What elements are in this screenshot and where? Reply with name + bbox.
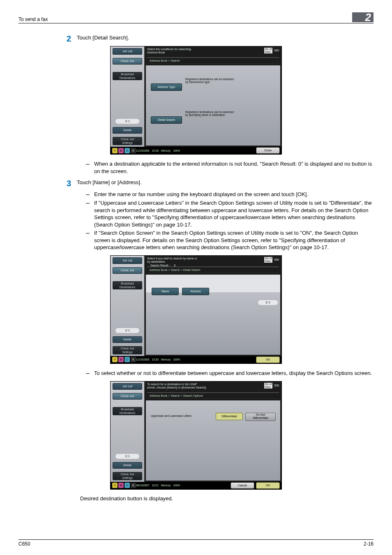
dest-counter-value: 000 — [274, 49, 279, 52]
dest-counter-value: 000 — [274, 384, 279, 387]
status-date: 06/14/2007 — [136, 484, 150, 487]
chip-y: Y — [112, 148, 118, 153]
delete-button[interactable]: Delete — [113, 127, 142, 134]
sidebar: Job List Check Job Broadcast Destination… — [111, 46, 145, 147]
cancel-button[interactable]: Cancel — [231, 482, 254, 489]
broadcast-destinations-button[interactable]: Broadcast Destinations — [113, 407, 142, 415]
ok-button[interactable]: OK — [256, 356, 280, 363]
caption-address-type: Registered destinations can be searched … — [185, 78, 234, 83]
sidebar-page-indicator: 1/ 1 — [115, 328, 139, 333]
ok-button[interactable]: OK — [256, 482, 280, 489]
dest-counter-label: No. of Dest. — [264, 383, 272, 388]
sidebar: Job List Check Job Broadcast Destination… — [111, 382, 145, 482]
option-label: Uppercase and Lowercase Letters — [151, 414, 191, 417]
memory-pct: 100% — [173, 149, 180, 152]
sidebar-page-indicator: 1/ 1 — [115, 454, 139, 459]
toner-chips: Y M C K — [112, 357, 136, 363]
check-job-settings-button[interactable]: Check Job Settings — [113, 346, 142, 354]
content-area: Name Address 1/ 1 — [146, 275, 280, 355]
check-job-button[interactable]: Check Job — [113, 58, 142, 65]
check-job-button[interactable]: Check Job — [113, 267, 142, 274]
screen-title: Select the conditions for searching Addr… — [147, 48, 191, 55]
screenshot-detail-search: Job List Check Job Broadcast Destination… — [110, 255, 282, 364]
check-job-button[interactable]: Check Job — [113, 393, 142, 400]
memory-label: Memory — [161, 484, 171, 487]
step-3-bullets: –Enter the name or fax number using the … — [86, 191, 374, 251]
content-area: Uppercase and Lowercase Letters Differen… — [146, 400, 280, 481]
step-3: 3 Touch [Name] or [Address]. — [63, 179, 374, 188]
dest-counter-label: No. of Dest. — [264, 48, 272, 53]
chip-k: K — [131, 148, 136, 153]
status-time: 15:30 — [152, 358, 159, 361]
step-3-bullets-2: –To select whether or not to differentia… — [86, 370, 374, 377]
check-job-settings-button[interactable]: Check Job Settings — [113, 137, 142, 145]
step-number: 3 — [63, 179, 71, 188]
status-time: 10:21 — [152, 484, 159, 487]
detail-search-button[interactable]: Detail Search — [151, 116, 182, 124]
address-button[interactable]: Address — [182, 288, 209, 295]
close-button[interactable]: Close — [256, 147, 280, 154]
step-text: Touch [Detail Search]. — [77, 34, 129, 42]
job-list-button[interactable]: Job List — [113, 48, 142, 55]
final-text: Desired destination button is displayed. — [80, 495, 374, 502]
breadcrumb: Address Book > Search > Search Options — [147, 392, 279, 399]
memory-label: Memory — [161, 358, 171, 361]
screenshot-search: Job List Check Job Broadcast Destination… — [110, 46, 282, 155]
broadcast-destinations-button[interactable]: Broadcast Destinations — [113, 281, 142, 289]
status-date: 11/15/2006 — [136, 149, 150, 152]
sidebar-page-indicator: 1/ 1 — [115, 119, 139, 124]
screenshot-search-options: Job List Check Job Broadcast Destination… — [110, 381, 282, 490]
do-not-differentiate-button[interactable]: Do Not Differentiate — [245, 413, 276, 421]
toner-chips: Y M C K — [112, 148, 136, 153]
chapter-number: 2 — [352, 12, 374, 22]
chip-c: C — [125, 148, 130, 153]
caption-detail-search: Registered destinations can be searched … — [185, 111, 234, 116]
toner-chips: Y M C K — [112, 483, 136, 488]
status-date: 11/15/2006 — [136, 358, 150, 361]
broadcast-destinations-button[interactable]: Broadcast Destinations — [113, 72, 142, 80]
page-footer: C650 2-16 — [18, 539, 374, 547]
breadcrumb: Address Book > Search > Detail Search — [147, 266, 279, 273]
footer-right: 2-16 — [364, 541, 374, 547]
delete-button[interactable]: Delete — [113, 462, 142, 469]
delete-button[interactable]: Delete — [113, 336, 142, 343]
memory-pct: 100% — [173, 358, 180, 361]
differentiate-button[interactable]: Differentiate — [216, 413, 243, 420]
breadcrumb: Address Book > Search — [147, 57, 279, 64]
content-area: Registered destinations can be searched … — [146, 65, 280, 146]
memory-pct: 100% — [173, 484, 180, 487]
dest-counter-label: No. of Dest. — [264, 257, 272, 263]
sidebar: Job List Check Job Broadcast Destination… — [111, 256, 145, 356]
name-button[interactable]: Name — [152, 288, 179, 295]
results-page-indicator: 1/ 1 — [258, 300, 278, 305]
dest-counter-value: 000 — [274, 258, 279, 261]
step-2: 2 Touch [Detail Search]. — [63, 34, 374, 44]
chip-m: M — [118, 148, 124, 153]
running-header: To send a fax 2 — [18, 12, 374, 23]
check-job-settings-button[interactable]: Check Job Settings — [113, 472, 142, 480]
header-left: To send a fax — [18, 16, 48, 22]
job-list-button[interactable]: Job List — [113, 383, 142, 390]
job-list-button[interactable]: Job List — [113, 257, 142, 264]
status-time: 15:28 — [152, 149, 159, 152]
memory-label: Memory — [161, 149, 171, 152]
step-text: Touch [Name] or [Address]. — [77, 179, 142, 186]
screen-title: Select if you wish to search by name or … — [147, 257, 197, 267]
address-type-button[interactable]: Address Type — [151, 83, 182, 91]
step-2-bullets: –When a destination applicable to the en… — [86, 160, 374, 175]
step-number: 2 — [63, 34, 71, 44]
screen-title: To search for a destination in the LDAP … — [147, 383, 207, 390]
footer-left: C650 — [18, 541, 30, 547]
